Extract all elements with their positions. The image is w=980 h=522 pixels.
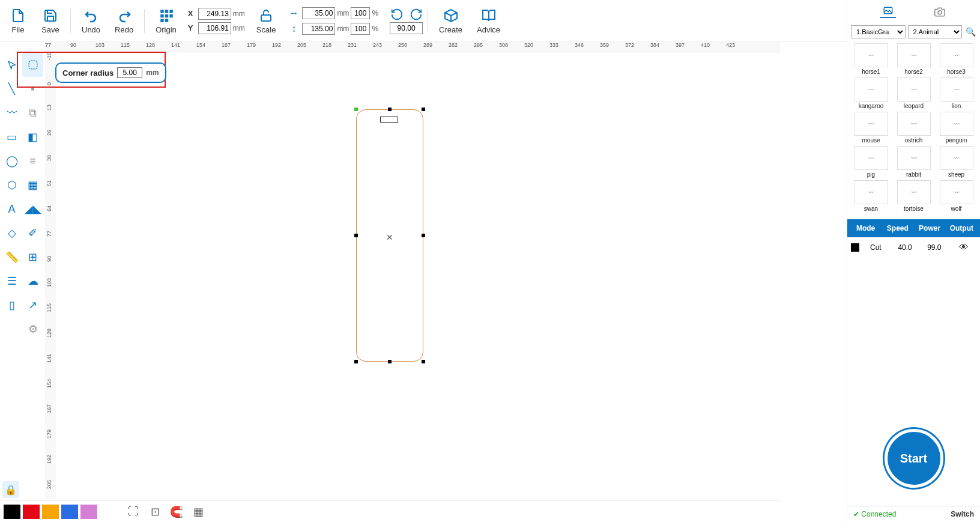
tab-camera[interactable] (932, 6, 948, 18)
save-icon (42, 7, 59, 24)
lib-item-label: penguin (946, 137, 967, 144)
tab-shapes[interactable] (880, 6, 896, 18)
lib-item-ostrich[interactable]: 〰ostrich (894, 112, 934, 144)
fill-tool[interactable]: ▪ (22, 77, 43, 101)
color-swatch[interactable] (23, 505, 40, 519)
rounded-rect-tool[interactable] (22, 53, 43, 77)
y-input[interactable] (198, 22, 231, 34)
width-input[interactable] (302, 7, 335, 19)
visibility-icon[interactable]: 👁 (951, 242, 976, 253)
array-tool[interactable]: ⊞ (22, 245, 43, 269)
lib-item-horse2[interactable]: 〰horse2 (894, 43, 934, 75)
scale-button[interactable]: Scale (250, 5, 282, 37)
edit-path-tool[interactable]: ✐ (22, 221, 43, 245)
lib-item-penguin[interactable]: 〰penguin (936, 112, 976, 144)
table-tool[interactable]: ▯ (1, 293, 22, 317)
text-tool[interactable]: A (1, 197, 22, 221)
layer-row[interactable]: Cut 40.0 99.0 👁 (847, 237, 980, 258)
svg-point-11 (938, 11, 942, 14)
line-tool[interactable]: ╲ (1, 77, 22, 101)
width-pct-input[interactable] (351, 7, 370, 19)
height-pct-input[interactable] (351, 23, 370, 35)
color-swatch[interactable] (61, 505, 78, 519)
library-select-2[interactable]: 2.Animal (908, 25, 963, 38)
cloud-tool[interactable]: ☁ (22, 269, 43, 293)
lib-item-horse1[interactable]: 〰horse1 (851, 43, 891, 75)
mirror-tool[interactable]: ◢◣ (22, 197, 43, 221)
canvas[interactable]: ✕ (56, 53, 781, 499)
ellipse-tool[interactable]: ◯ (1, 149, 22, 173)
status-connected: ✔ Connected (853, 510, 896, 518)
color-swatch[interactable] (42, 505, 59, 519)
grid-icon[interactable]: ▦ (190, 505, 207, 519)
start-button[interactable]: Start (885, 429, 943, 488)
resize-handle-e[interactable] (422, 234, 425, 237)
lib-item-rabbit[interactable]: 〰rabbit (894, 146, 934, 178)
advice-label: Advice (477, 25, 500, 34)
rotation-handle[interactable] (354, 108, 358, 111)
redo-button[interactable]: Redo (109, 5, 139, 37)
lib-swatch: 〰 (940, 146, 973, 170)
path-tool[interactable]: ↗ (22, 293, 43, 317)
lib-item-mouse[interactable]: 〰mouse (851, 112, 891, 144)
color-swatch[interactable] (80, 505, 97, 519)
header-power: Power (914, 224, 946, 232)
wave-tool[interactable]: 〰 (1, 101, 22, 125)
grid-tool[interactable]: ▦ (22, 173, 43, 197)
lib-item-label: tortoise (904, 205, 924, 212)
polygon-tool[interactable]: ⬡ (1, 173, 22, 197)
save-button[interactable]: Save (35, 5, 65, 37)
corner-radius-input[interactable] (117, 67, 142, 78)
focus-icon[interactable]: ⊡ (147, 505, 163, 519)
color-swatch[interactable] (4, 505, 20, 519)
lib-item-swan[interactable]: 〰swan (851, 180, 891, 212)
resize-handle-w[interactable] (354, 234, 358, 237)
lib-item-sheep[interactable]: 〰sheep (936, 146, 976, 178)
lib-item-horse3[interactable]: 〰horse3 (936, 43, 976, 75)
corner-radius-label: Corner radius (62, 68, 113, 77)
lib-item-kangaroo[interactable]: 〰kangaroo (851, 77, 891, 109)
svg-rect-7 (165, 19, 168, 22)
rotate-input[interactable] (390, 22, 423, 34)
resize-handle-s[interactable] (388, 360, 392, 363)
lib-item-lion[interactable]: 〰lion (936, 77, 976, 109)
x-input[interactable] (198, 8, 231, 20)
rotate-ccw-icon[interactable] (390, 8, 404, 21)
magnet-icon[interactable]: 🧲 (168, 505, 185, 519)
resize-handle-n[interactable] (388, 108, 392, 111)
align-tool[interactable]: ≡ (22, 149, 43, 173)
resize-handle-sw[interactable] (354, 360, 358, 363)
eraser-tool[interactable]: ◇ (1, 221, 22, 245)
switch-button[interactable]: Switch (951, 510, 974, 518)
lib-item-tortoise[interactable]: 〰tortoise (894, 180, 934, 212)
origin-button[interactable]: Origin (150, 5, 183, 37)
undo-button[interactable]: Undo (76, 5, 106, 37)
mm-unit: mm (233, 24, 245, 32)
crop-icon[interactable]: ⛶ (125, 505, 142, 519)
select-tool[interactable] (1, 53, 22, 77)
layer-mode: Cut (863, 243, 889, 252)
inner-shape[interactable] (380, 117, 398, 123)
combine-tool[interactable]: ◧ (22, 125, 43, 149)
rotate-cw-icon[interactable] (410, 8, 423, 21)
layers-tool[interactable]: ☰ (1, 269, 22, 293)
ruler-tool[interactable]: 📏 (1, 245, 22, 269)
settings-tool[interactable]: ⚙ (22, 317, 43, 341)
file-button[interactable]: File (3, 5, 33, 37)
copy-tool[interactable]: ⧉ (22, 101, 43, 125)
rect-tool[interactable]: ▭ (1, 125, 22, 149)
lib-item-label: rabbit (906, 171, 921, 178)
lib-swatch: 〰 (940, 43, 973, 67)
resize-handle-se[interactable] (422, 360, 425, 363)
resize-handle-ne[interactable] (422, 108, 425, 111)
library-select-1[interactable]: 1.BasicGra (851, 25, 906, 38)
create-button[interactable]: Create (433, 5, 468, 37)
lock-toggle[interactable]: 🔒 (2, 481, 19, 498)
height-input[interactable] (302, 23, 335, 35)
lib-swatch: 〰 (940, 180, 973, 204)
lib-item-leopard[interactable]: 〰leopard (894, 77, 934, 109)
search-icon[interactable]: 🔍 (964, 26, 976, 38)
lib-item-wolf[interactable]: 〰wolf (936, 180, 976, 212)
lib-item-pig[interactable]: 〰pig (851, 146, 891, 178)
advice-button[interactable]: Advice (471, 5, 506, 37)
